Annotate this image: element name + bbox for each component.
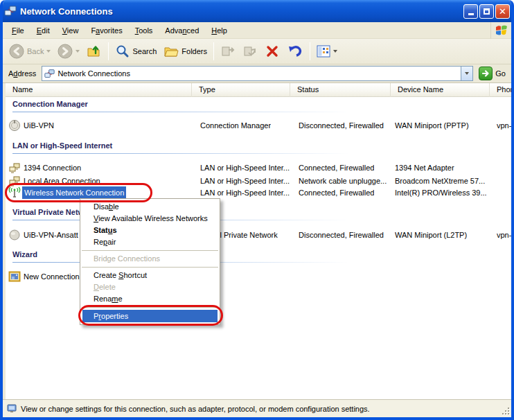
address-label: Address (6, 69, 42, 78)
menu-separator (82, 267, 218, 268)
toolbar: Back Search (3, 39, 511, 64)
wireless-connection-icon (8, 186, 21, 199)
menu-help[interactable]: Help (205, 24, 233, 37)
selected-connection-name: Wireless Network Connection (22, 186, 126, 199)
move-to-icon (242, 44, 258, 59)
delete-button[interactable] (261, 42, 283, 61)
delete-icon (265, 44, 280, 59)
column-header-device[interactable]: Device Name (391, 83, 490, 97)
connection-device: WAN Miniport (PPTP) (395, 119, 469, 132)
back-dropdown-icon (46, 50, 51, 53)
address-bar: Address Network Connections Go (3, 64, 511, 83)
lan-connection-icon (8, 175, 21, 187)
search-button[interactable]: Search (112, 42, 160, 61)
menu-edit[interactable]: Edit (30, 24, 56, 37)
up-folder-icon (87, 44, 102, 59)
connection-status: Connected, Firewalled (299, 186, 374, 199)
row-uib-vpn[interactable]: UiB-VPN Connection Manager Disconnected,… (6, 119, 514, 132)
minimize-button[interactable] (463, 4, 478, 19)
group-title-connection-manager: Connection Manager (12, 100, 88, 108)
menu-bar: File Edit View Favorites Tools Advanced … (3, 22, 511, 39)
menu-item-rename[interactable]: Rename (80, 293, 220, 305)
menu-favorites[interactable]: Favorites (85, 24, 128, 37)
connection-phone: vpn-a (497, 229, 514, 241)
menu-separator (82, 307, 218, 308)
menu-item-view-available-wireless-networks[interactable]: View Available Wireless Networks (80, 213, 220, 225)
connection-type: LAN or High-Speed Inter... (200, 186, 290, 199)
column-header-status[interactable]: Status (290, 83, 391, 97)
status-text: View or change settings for this connect… (21, 405, 370, 413)
menu-item-disable[interactable]: Disable (80, 201, 220, 213)
maximize-button[interactable] (479, 4, 494, 19)
menu-item-properties[interactable]: Properties (82, 310, 218, 322)
maximize-icon (484, 8, 490, 15)
search-icon (115, 44, 130, 59)
copy-to-button[interactable] (217, 42, 239, 61)
back-icon (9, 44, 24, 59)
context-menu: Disable View Available Wireless Networks… (80, 198, 220, 325)
connection-device: Intel(R) PRO/Wireless 39... (395, 186, 487, 199)
menu-tools[interactable]: Tools (129, 24, 159, 37)
column-header-name[interactable]: Name (6, 83, 192, 97)
close-button[interactable]: ✕ (495, 4, 510, 19)
connection-status: Disconnected, Firewalled (299, 119, 384, 132)
group-underline (12, 220, 434, 220)
connection-name: 1394 Connection (24, 161, 81, 174)
menu-item-repair[interactable]: Repair (80, 236, 220, 248)
menu-item-bridge-connections[interactable]: Bridge Connections (80, 253, 220, 265)
toolbar-separator (213, 42, 214, 60)
go-button[interactable] (479, 67, 493, 80)
connection-name: New Connection (24, 270, 80, 283)
connection-phone: vpn-a (497, 119, 514, 132)
menu-item-delete[interactable]: Delete (80, 281, 220, 293)
move-to-button[interactable] (239, 42, 261, 61)
undo-button[interactable] (283, 42, 307, 61)
window-title: Network Connections (20, 6, 462, 17)
menu-advanced[interactable]: Advanced (159, 24, 205, 37)
views-icon (317, 44, 330, 58)
row-1394-connection[interactable]: 1394 Connection LAN or High-Speed Inter.… (6, 161, 514, 175)
lan-connection-icon (8, 161, 21, 174)
column-header-phone[interactable]: Phone # (490, 83, 514, 97)
group-title-wizard: Wizard (12, 250, 37, 259)
toolbar-separator (108, 42, 109, 60)
menu-item-status[interactable]: Status (80, 225, 220, 236)
network-connections-window: Network Connections ✕ File Edit View Fav… (0, 0, 514, 420)
group-title-lan: LAN or High-Speed Internet (12, 141, 112, 150)
connection-device: WAN Miniport (L2TP) (395, 229, 467, 241)
views-dropdown-icon (333, 50, 337, 53)
vpn-connection-icon (8, 229, 21, 241)
connection-device: 1394 Net Adapter (395, 161, 454, 174)
connection-name: UiB-VPN-Ansatt (24, 229, 78, 241)
address-dropdown-button[interactable] (461, 67, 472, 80)
folders-icon (163, 44, 179, 59)
statusbar-connection-icon (7, 404, 17, 414)
up-button[interactable] (83, 42, 105, 61)
connection-status: Connected, Firewalled (299, 161, 374, 174)
back-label: Back (27, 47, 44, 55)
search-label: Search (132, 47, 157, 55)
address-combobox[interactable]: Network Connections (42, 66, 473, 81)
connection-status: Disconnected, Firewalled (299, 229, 384, 241)
menu-file[interactable]: File (6, 24, 30, 37)
minimize-icon (468, 13, 474, 15)
forward-button[interactable] (54, 42, 83, 61)
group-underline (12, 262, 434, 263)
undo-icon (287, 44, 303, 59)
views-button[interactable] (313, 42, 341, 60)
resize-grip[interactable] (501, 406, 510, 415)
menu-view[interactable]: View (56, 24, 85, 37)
connection-device: Broadcom NetXtreme 57... (395, 175, 485, 187)
folders-label: Folders (181, 47, 207, 55)
window-icon (4, 5, 17, 17)
folders-button[interactable]: Folders (160, 42, 211, 61)
group-underline (12, 153, 434, 154)
back-button[interactable]: Back (6, 42, 54, 61)
menu-item-create-shortcut[interactable]: Create Shortcut (80, 270, 220, 281)
connection-manager-icon (8, 119, 21, 132)
connection-type: LAN or High-Speed Inter... (200, 175, 290, 187)
wizard-icon (8, 270, 21, 283)
connection-status: Network cable unplugge... (299, 175, 387, 187)
close-icon: ✕ (499, 7, 506, 16)
column-header-type[interactable]: Type (192, 83, 290, 97)
